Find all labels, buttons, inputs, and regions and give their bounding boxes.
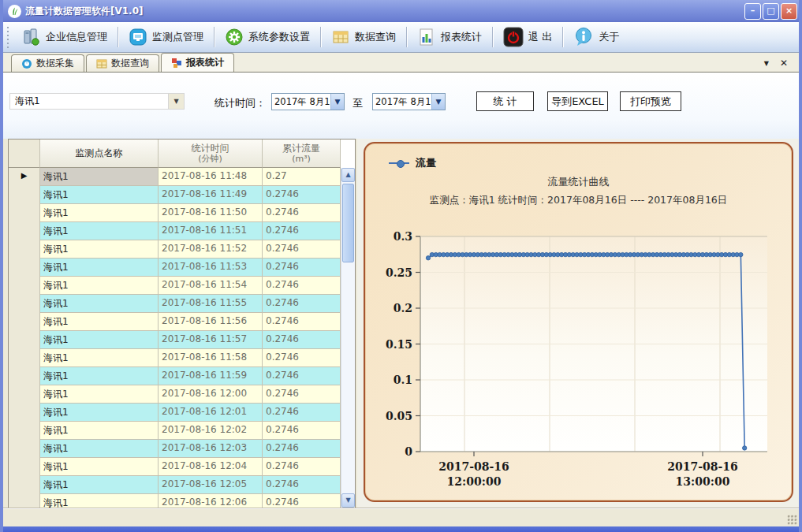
cell-volume[interactable]: 0.2746 xyxy=(263,367,341,385)
cell-station-name[interactable]: 海讯1 xyxy=(40,313,159,331)
cell-station-name[interactable]: 海讯1 xyxy=(40,422,159,440)
resize-grip-icon[interactable] xyxy=(787,515,797,525)
tab-report-stats[interactable]: 报表统计 xyxy=(161,53,234,72)
table-row[interactable]: 海讯12017-08-16 11:520.2746 xyxy=(9,240,355,259)
cell-stat-time[interactable]: 2017-08-16 11:55 xyxy=(159,295,263,313)
row-indicator[interactable] xyxy=(9,277,40,295)
cell-stat-time[interactable]: 2017-08-16 12:04 xyxy=(159,458,263,476)
statistics-button[interactable]: 统 计 xyxy=(476,91,534,111)
cell-station-name[interactable]: 海讯1 xyxy=(40,494,159,508)
cell-volume[interactable]: 0.2746 xyxy=(263,476,341,494)
cell-stat-time[interactable]: 2017-08-16 11:48 xyxy=(159,168,263,186)
row-indicator[interactable] xyxy=(9,240,40,259)
row-indicator[interactable] xyxy=(9,476,40,494)
cell-stat-time[interactable]: 2017-08-16 11:59 xyxy=(159,367,263,385)
table-row[interactable]: 海讯12017-08-16 12:050.2746 xyxy=(9,476,355,494)
cell-station-name[interactable]: 海讯1 xyxy=(40,186,159,204)
cell-stat-time[interactable]: 2017-08-16 12:02 xyxy=(159,422,263,440)
table-row[interactable]: 海讯12017-08-16 11:540.2746 xyxy=(9,277,355,295)
cell-station-name[interactable]: 海讯1 xyxy=(40,222,159,240)
cell-stat-time[interactable]: 2017-08-16 12:01 xyxy=(159,404,263,422)
cell-stat-time[interactable]: 2017-08-16 11:57 xyxy=(159,331,263,349)
cell-station-name[interactable]: 海讯1 xyxy=(40,349,159,367)
cell-stat-time[interactable]: 2017-08-16 11:52 xyxy=(159,240,263,259)
cell-station-name[interactable]: 海讯1 xyxy=(40,331,159,349)
cell-stat-time[interactable]: 2017-08-16 11:53 xyxy=(159,259,263,277)
vertical-scrollbar[interactable]: ▲ ▼ xyxy=(341,168,355,508)
scroll-up-icon[interactable]: ▲ xyxy=(341,168,355,182)
table-row[interactable]: 海讯12017-08-16 12:020.2746 xyxy=(9,422,355,440)
chevron-down-icon[interactable]: ▼ xyxy=(431,94,445,110)
row-indicator[interactable] xyxy=(9,259,40,277)
table-row[interactable]: 海讯12017-08-16 11:560.2746 xyxy=(9,313,355,331)
toolbar-button-enterprise-info[interactable]: 企业信息管理 xyxy=(14,24,115,50)
cell-stat-time[interactable]: 2017-08-16 12:06 xyxy=(159,494,263,508)
row-indicator[interactable] xyxy=(9,440,40,458)
table-row[interactable]: 海讯12017-08-16 11:500.2746 xyxy=(9,204,355,222)
cell-stat-time[interactable]: 2017-08-16 11:49 xyxy=(159,186,263,204)
cell-volume[interactable]: 0.2746 xyxy=(263,240,341,259)
table-row[interactable]: 海讯12017-08-16 12:040.2746 xyxy=(9,458,355,476)
cell-station-name[interactable]: 海讯1 xyxy=(40,277,159,295)
tab-close-icon[interactable]: ✕ xyxy=(780,58,788,69)
table-row[interactable]: 海讯12017-08-16 11:490.2746 xyxy=(9,186,355,204)
toolbar-button-system-settings[interactable]: 系统参数设置 xyxy=(217,24,318,50)
cell-station-name[interactable]: 海讯1 xyxy=(40,240,159,259)
toolbar-button-data-query[interactable]: 数据查询 xyxy=(323,24,404,50)
chevron-down-icon[interactable]: ▼ xyxy=(330,94,344,110)
cell-volume[interactable]: 0.2746 xyxy=(263,222,341,240)
tab-data-collection[interactable]: 数据采集 xyxy=(11,54,84,72)
cell-volume[interactable]: 0.2746 xyxy=(263,385,341,404)
tab-data-query[interactable]: 数据查询 xyxy=(86,54,159,72)
table-row[interactable]: 海讯12017-08-16 12:030.2746 xyxy=(9,440,355,458)
row-indicator[interactable] xyxy=(9,422,40,440)
cell-volume[interactable]: 0.2746 xyxy=(263,404,341,422)
table-row[interactable]: 海讯12017-08-16 11:570.2746 xyxy=(9,331,355,349)
cell-volume[interactable]: 0.27 xyxy=(263,168,341,186)
print-preview-button[interactable]: 打印预览 xyxy=(620,91,681,111)
cell-volume[interactable]: 0.2746 xyxy=(263,295,341,313)
cell-stat-time[interactable]: 2017-08-16 11:50 xyxy=(159,204,263,222)
column-header-name[interactable]: 监测点名称 xyxy=(40,140,159,168)
cell-station-name[interactable]: 海讯1 xyxy=(40,204,159,222)
row-indicator[interactable] xyxy=(9,404,40,422)
row-indicator[interactable] xyxy=(9,313,40,331)
cell-station-name[interactable]: 海讯1 xyxy=(40,440,159,458)
toolbar-button-exit[interactable]: 退 出 xyxy=(495,24,560,50)
cell-station-name[interactable]: 海讯1 xyxy=(40,367,159,385)
date-to-picker[interactable]: 2017年 8月16日星 ▼ xyxy=(372,93,446,110)
column-header-volume[interactable]: 累计流量(m³) xyxy=(263,140,341,168)
row-indicator[interactable] xyxy=(9,349,40,367)
toolbar-button-about[interactable]: 关于 xyxy=(565,24,627,50)
row-indicator[interactable] xyxy=(9,494,40,508)
row-indicator[interactable] xyxy=(9,222,40,240)
table-row[interactable]: 海讯12017-08-16 11:530.2746 xyxy=(9,259,355,277)
cell-station-name[interactable]: 海讯1 xyxy=(40,476,159,494)
cell-station-name[interactable]: 海讯1 xyxy=(40,458,159,476)
row-indicator[interactable] xyxy=(9,385,40,404)
cell-volume[interactable]: 0.2746 xyxy=(263,494,341,508)
export-excel-button[interactable]: 导到EXCEL xyxy=(547,91,608,111)
row-indicator[interactable] xyxy=(9,367,40,385)
table-row[interactable]: 海讯12017-08-16 12:060.2746 xyxy=(9,494,355,508)
toolbar-grip[interactable] xyxy=(6,26,9,48)
toolbar-button-monitor-points[interactable]: 监测点管理 xyxy=(121,24,211,50)
cell-volume[interactable]: 0.2746 xyxy=(263,458,341,476)
column-header-time[interactable]: 统计时间(分钟) xyxy=(159,140,263,168)
cell-stat-time[interactable]: 2017-08-16 11:51 xyxy=(159,222,263,240)
cell-volume[interactable]: 0.2746 xyxy=(263,204,341,222)
table-row[interactable]: 海讯12017-08-16 12:000.2746 xyxy=(9,385,355,404)
cell-volume[interactable]: 0.2746 xyxy=(263,259,341,277)
cell-volume[interactable]: 0.2746 xyxy=(263,422,341,440)
minimize-button[interactable]: – xyxy=(744,3,761,20)
cell-stat-time[interactable]: 2017-08-16 12:00 xyxy=(159,385,263,404)
cell-station-name[interactable]: 海讯1 xyxy=(40,385,159,404)
cell-stat-time[interactable]: 2017-08-16 11:56 xyxy=(159,313,263,331)
date-from-picker[interactable]: 2017年 8月16日星 ▼ xyxy=(271,93,345,110)
cell-station-name[interactable]: 海讯1 xyxy=(40,295,159,313)
cell-stat-time[interactable]: 2017-08-16 12:05 xyxy=(159,476,263,494)
chevron-down-icon[interactable]: ▼ xyxy=(168,94,184,109)
tab-overflow-icon[interactable]: ▼ xyxy=(764,60,769,67)
scroll-down-icon[interactable]: ▼ xyxy=(341,493,355,508)
table-row[interactable]: 海讯12017-08-16 11:590.2746 xyxy=(9,367,355,385)
